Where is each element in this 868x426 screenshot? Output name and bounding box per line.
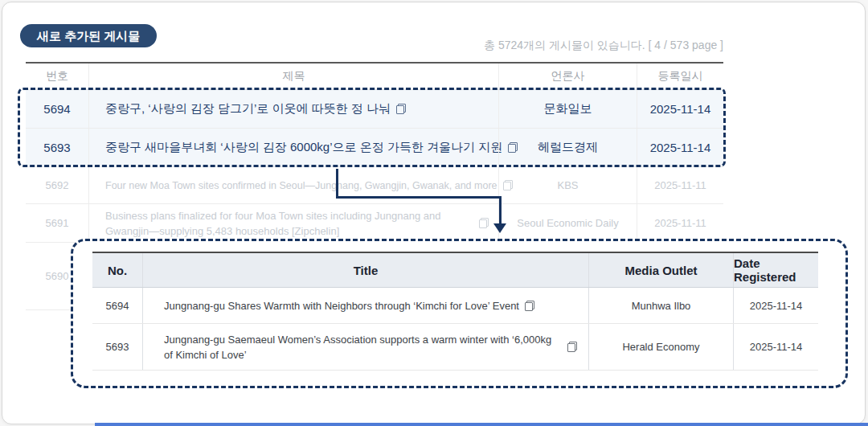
row-no: 5693: [92, 324, 142, 370]
row-outlet: 문화일보: [498, 90, 637, 128]
row-title-text: Jungnang-gu Saemaeul Women’s Association…: [164, 332, 562, 363]
header-no: No.: [92, 253, 142, 287]
header-title: 제목: [88, 63, 498, 89]
row-outlet: Munhwa Ilbo: [588, 288, 733, 323]
row-date: 2025-11-11: [637, 167, 723, 203]
row-outlet: 헤럴드경제: [498, 129, 637, 166]
header-no: 번호: [26, 63, 88, 89]
row-title-text: 중랑구 새마을부녀회 ‘사랑의 김장 6000kg’으로 온정 가득한 겨울나기…: [105, 140, 502, 155]
translation-table: No. Title Media Outlet Date Registered 5…: [92, 252, 818, 371]
header-title: Title: [142, 253, 588, 287]
copy-icon[interactable]: [525, 301, 534, 311]
header-outlet: 언론사: [498, 63, 637, 89]
row-title: Jungnang-gu Shares Warmth with Neighbors…: [142, 288, 588, 323]
arrow-head-icon: [493, 223, 506, 233]
posts-table-header: 번호 제목 언론사 등록일시: [26, 63, 723, 90]
row-outlet: Seoul Economic Daily: [498, 204, 637, 242]
header-outlet: Media Outlet: [588, 253, 733, 287]
row-date: 2025-11-14: [733, 324, 818, 370]
row-date: 2025-11-14: [637, 129, 723, 166]
translation-table-header: No. Title Media Outlet Date Registered: [92, 253, 818, 288]
copy-icon[interactable]: [396, 104, 406, 114]
row-no: 5692: [26, 167, 88, 203]
table-row-5693[interactable]: 5693 중랑구 새마을부녀회 ‘사랑의 김장 6000kg’으로 온정 가득한…: [26, 129, 723, 167]
header-date: Date Registered: [733, 253, 818, 287]
row-date: 2025-11-11: [637, 204, 723, 242]
arrow-segment: [499, 198, 502, 224]
new-posts-badge: 새로 추가된 게시물: [20, 24, 157, 47]
row-outlet: KBS: [498, 167, 637, 203]
table-row-5694[interactable]: 5694 중랑구, ‘사랑의 김장 담그기’로 이웃에 따뜻한 정 나눠 문화일…: [26, 90, 723, 129]
copy-icon[interactable]: [567, 342, 577, 352]
header-date: 등록일시: [637, 63, 723, 89]
table-row-5691[interactable]: 5691 Business plans finalized for four M…: [26, 204, 723, 243]
row-no: 5693: [26, 129, 88, 166]
translation-overlay: No. Title Media Outlet Date Registered 5…: [71, 239, 848, 388]
row-title-text: 중랑구, ‘사랑의 김장 담그기’로 이웃에 따뜻한 정 나눠: [105, 101, 391, 117]
row-title-text: Four new Moa Town sites confirmed in Seo…: [105, 180, 497, 191]
row-date: 2025-11-14: [637, 90, 723, 128]
row-title-text: Jungnang-gu Shares Warmth with Neighbors…: [164, 300, 519, 312]
row-date: 2025-11-14: [733, 288, 818, 323]
row-title[interactable]: 중랑구 새마을부녀회 ‘사랑의 김장 6000kg’으로 온정 가득한 겨울나기…: [88, 129, 498, 166]
row-title[interactable]: Business plans finalized for four Moa To…: [88, 204, 498, 242]
row-no: 5694: [92, 288, 142, 323]
translation-row-5693: 5693 Jungnang-gu Saemaeul Women’s Associ…: [92, 324, 818, 371]
row-outlet: Herald Economy: [588, 324, 733, 370]
arrow-segment: [336, 169, 338, 199]
bottom-accent-bar: [95, 423, 868, 426]
table-row-5692[interactable]: 5692 Four new Moa Town sites confirmed i…: [26, 167, 723, 204]
row-no: 5691: [26, 204, 88, 242]
copy-icon[interactable]: [503, 180, 513, 190]
arrow-segment: [336, 196, 502, 199]
row-title-text: Business plans finalized for four Moa To…: [105, 208, 473, 239]
translation-row-5694: 5694 Jungnang-gu Shares Warmth with Neig…: [92, 288, 818, 324]
row-title[interactable]: 중랑구, ‘사랑의 김장 담그기’로 이웃에 따뜻한 정 나눠: [88, 90, 498, 128]
page: 새로 추가된 게시물 총 5724개의 게시물이 있습니다. [ 4 / 573…: [0, 0, 868, 426]
row-title: Jungnang-gu Saemaeul Women’s Association…: [142, 324, 588, 370]
row-no: 5694: [26, 90, 88, 128]
copy-icon[interactable]: [479, 218, 489, 228]
pagination-summary: 총 5724개의 게시물이 있습니다. [ 4 / 573 page ]: [402, 39, 723, 53]
copy-icon[interactable]: [508, 142, 518, 153]
